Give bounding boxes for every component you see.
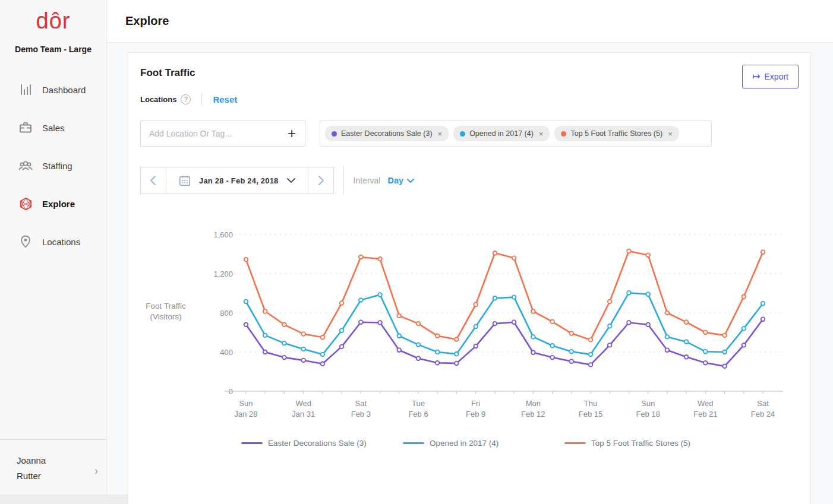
chevron-right-icon: › — [94, 465, 98, 477]
svg-text:Sun: Sun — [641, 399, 655, 408]
sidebar-item-dashboard[interactable]: Dashboard — [0, 71, 106, 109]
sidebar-item-explore[interactable]: Explore — [0, 185, 106, 223]
hexagon-compass-icon — [18, 196, 33, 211]
tag-color-dot — [332, 131, 337, 137]
foot-traffic-chart: Foot Traffic (Visitors) 04008001,2001,60… — [194, 227, 799, 426]
filters-row: Locations ? Reset — [140, 92, 799, 106]
legend-item: Top 5 Foot Traffic Stores (5) — [564, 439, 726, 448]
remove-tag-icon[interactable]: × — [539, 129, 544, 138]
interval-select[interactable]: Day — [387, 176, 415, 185]
reset-link[interactable]: Reset — [213, 94, 237, 104]
svg-text:Mon: Mon — [526, 399, 541, 408]
sidebar-bottom-strip — [0, 495, 106, 504]
tag-label: Opened in 2017 (4) — [469, 129, 534, 138]
user-first-name: Joanna — [17, 453, 97, 468]
chart-legend: Easter Decorations Sale (3) Opened in 20… — [241, 439, 799, 448]
export-button[interactable]: ↦ Export — [742, 65, 799, 88]
svg-text:Jan 28: Jan 28 — [234, 410, 257, 419]
svg-text:400: 400 — [220, 348, 233, 357]
sidebar-item-label: Locations — [42, 237, 80, 247]
date-range-display[interactable]: Jan 28 - Feb 24, 2018 — [166, 167, 308, 194]
dor-logo: dôr — [0, 8, 106, 34]
svg-text:Tue: Tue — [412, 399, 425, 408]
remove-tag-icon[interactable]: × — [438, 129, 443, 138]
divider — [343, 167, 344, 194]
date-controls-row: Jan 28 - Feb 24, 2018 Interval Day — [140, 167, 799, 194]
svg-text:Feb 18: Feb 18 — [636, 410, 660, 419]
sidebar-item-label: Dashboard — [42, 85, 86, 95]
selected-tags-box: Easter Decorations Sale (3) × Opened in … — [320, 121, 712, 147]
svg-text:Feb 9: Feb 9 — [466, 410, 485, 419]
foot-traffic-card: Foot Traffic ↦ Export Locations ? Reset … — [128, 52, 811, 504]
sidebar-item-staffing[interactable]: Staffing — [0, 147, 106, 185]
svg-text:Sat: Sat — [355, 399, 367, 408]
tag-color-dot — [460, 131, 465, 137]
page-header: Explore — [107, 0, 833, 43]
map-pin-icon — [18, 234, 33, 249]
tag-chip: Top 5 Foot Traffic Stores (5) × — [554, 126, 679, 141]
locations-filter-label: Locations — [140, 95, 176, 104]
help-icon[interactable]: ? — [181, 94, 191, 104]
legend-line-swatch — [403, 442, 424, 444]
user-last-name: Rutter — [17, 468, 97, 484]
svg-text:Feb 6: Feb 6 — [408, 410, 428, 419]
tag-chip: Easter Decorations Sale (3) × — [325, 126, 449, 141]
svg-text:Feb 24: Feb 24 — [751, 410, 775, 419]
svg-text:Wed: Wed — [698, 399, 714, 408]
add-location-input[interactable] — [141, 129, 279, 138]
tag-label: Top 5 Foot Traffic Stores (5) — [570, 129, 662, 138]
svg-text:Sun: Sun — [239, 399, 253, 408]
add-plus-button[interactable]: + — [279, 121, 305, 146]
sidebar: dôr Demo Team - Large Dashboard Sales — [0, 0, 107, 504]
card-title: Foot Traffic — [140, 65, 195, 79]
add-location-box: + — [140, 121, 305, 147]
inputs-row: + Easter Decorations Sale (3) × Opened i… — [140, 121, 799, 147]
svg-text:800: 800 — [220, 309, 233, 318]
date-range-picker: Jan 28 - Feb 24, 2018 — [140, 167, 334, 194]
calendar-icon — [178, 174, 191, 187]
chevron-down-icon — [406, 178, 415, 183]
svg-text:Jan 31: Jan 31 — [292, 410, 315, 419]
svg-text:Thu: Thu — [584, 399, 597, 408]
sidebar-nav: Dashboard Sales Staffing — [0, 71, 106, 261]
next-period-button[interactable] — [308, 167, 333, 194]
svg-text:Feb 21: Feb 21 — [693, 410, 717, 419]
chevron-down-icon — [286, 177, 296, 183]
tag-color-dot — [561, 131, 566, 137]
svg-text:Wed: Wed — [295, 399, 311, 408]
previous-period-button[interactable] — [141, 167, 166, 194]
page-title: Explore — [107, 14, 169, 28]
legend-label: Top 5 Foot Traffic Stores (5) — [591, 439, 690, 448]
bottom-strip — [107, 495, 128, 504]
interval-label: Interval — [354, 176, 381, 185]
card-head: Foot Traffic ↦ Export — [140, 65, 799, 88]
user-menu[interactable]: Joanna Rutter › — [0, 439, 106, 495]
export-icon: ↦ — [752, 72, 760, 81]
legend-line-swatch — [241, 442, 263, 444]
svg-text:Feb 12: Feb 12 — [521, 410, 545, 419]
chevron-right-icon — [317, 175, 325, 186]
line-chart-svg: 04008001,2001,600SunJan 28WedJan 31SatFe… — [194, 227, 800, 423]
interval-value-text: Day — [387, 176, 403, 185]
date-range-text: Jan 28 - Feb 24, 2018 — [199, 176, 279, 185]
legend-label: Opened in 2017 (4) — [430, 439, 498, 448]
svg-text:Sat: Sat — [757, 399, 769, 408]
svg-text:Fri: Fri — [471, 399, 480, 408]
chevron-left-icon — [149, 175, 157, 186]
tag-label: Easter Decorations Sale (3) — [341, 129, 433, 138]
remove-tag-icon[interactable]: × — [668, 129, 673, 138]
sidebar-item-sales[interactable]: Sales — [0, 109, 106, 147]
y-axis-title: Foot Traffic (Visitors) — [140, 301, 191, 322]
sidebar-item-label: Explore — [42, 199, 75, 209]
legend-item: Easter Decorations Sale (3) — [241, 439, 403, 448]
svg-text:1,200: 1,200 — [213, 270, 233, 278]
team-name: Demo Team - Large — [0, 45, 106, 54]
legend-item: Opened in 2017 (4) — [403, 439, 564, 448]
sidebar-item-label: Staffing — [42, 161, 72, 171]
legend-label: Easter Decorations Sale (3) — [268, 439, 367, 448]
svg-text:Feb 15: Feb 15 — [579, 410, 602, 419]
sidebar-item-locations[interactable]: Locations — [0, 223, 106, 261]
bar-chart-icon — [18, 82, 33, 97]
divider — [201, 93, 202, 105]
svg-text:Feb 3: Feb 3 — [351, 410, 371, 419]
